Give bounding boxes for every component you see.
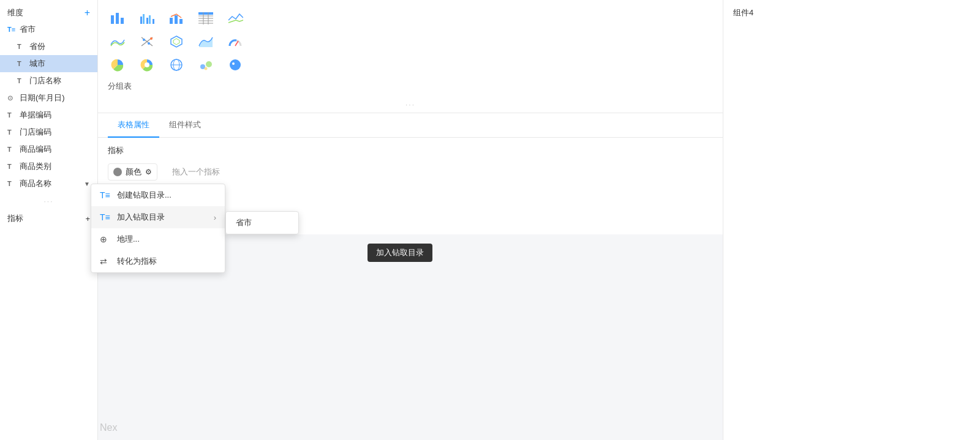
hierarchy-icon-2: T≡ [100,212,111,222]
left-sidebar: 维度 + T≡ 省市 T 省份 T 城市 T 门店名称 ⊙ 日期(年月日) T … [0,0,98,440]
svg-point-31 [206,61,212,67]
right-panel: 组件4 [723,0,980,440]
field-store-code[interactable]: T 门店编码 [0,124,97,141]
svg-point-22 [150,37,153,40]
tab-table-properties[interactable]: 表格属性 [108,113,159,138]
svg-point-26 [145,62,149,67]
menu-item-label: 转化为指标 [117,256,157,267]
field-product-category[interactable]: T 商品类别 [0,158,97,175]
menu-item-convert[interactable]: ⇄ 转化为指标 [91,250,225,272]
nex-text: Nex [100,422,117,433]
text-icon: T [7,146,16,153]
add-dimension-button[interactable]: + [85,7,90,18]
bar-chart-icon [110,12,126,25]
chart-icons-row-1 [108,10,713,27]
table-button[interactable] [196,10,216,27]
field-name: 门店名称 [29,75,61,86]
globe-icon [168,58,184,72]
donut-button[interactable] [137,56,157,73]
indicator-header: 指标 + [0,211,97,226]
field-name: 商品编码 [20,144,51,155]
text-icon: T [7,180,16,187]
hierarchy-icon: T≡ [100,190,111,200]
field-name: 省份 [29,41,45,52]
field-product-code[interactable]: T 商品编码 [0,141,97,158]
fenbiao-label: 分组表 [98,78,723,97]
gear-icon: ⚙ [145,168,152,176]
field-product-name[interactable]: T 商品名称 ▼ [0,175,97,192]
color-button[interactable]: 颜色 ⚙ [108,163,157,181]
menu-item-geo[interactable]: ⊕ 地理... [91,228,225,250]
scatter-button[interactable] [137,33,157,50]
field-store-name[interactable]: T 门店名称 [0,72,97,89]
globe-icon-menu: ⊕ [100,234,111,244]
filled-circle-button[interactable] [225,56,245,73]
svg-rect-5 [146,18,148,24]
date-icon: ⊙ [7,94,16,102]
menu-item-label: 创建钻取目录... [117,190,172,201]
svg-rect-1 [116,13,119,24]
table-icon [198,12,214,25]
separator: ··· [0,192,97,211]
svg-rect-7 [153,19,154,24]
chart-icons-container [98,5,723,78]
line-bar-button[interactable] [167,10,186,27]
filled-circle-icon [227,58,243,72]
chart-separator: ··· [98,97,723,113]
svg-rect-6 [149,15,151,24]
svg-rect-0 [111,15,114,24]
menu-item-create-drill[interactable]: T≡ 创建钻取目录... [91,184,225,206]
svg-rect-11 [198,12,213,15]
spark-button[interactable] [225,10,245,27]
grouped-bar-icon [139,12,155,25]
svg-rect-9 [175,15,178,24]
indicator-section-label: 指标 [98,138,723,160]
polygon-icon [168,35,184,48]
context-menu: T≡ 创建钻取目录... T≡ 加入钻取目录 › ⊕ 地理... ⇄ 转化为指标 [91,184,225,273]
svg-point-20 [143,39,145,41]
spark-icon [227,12,243,25]
properties-tabs: 表格属性 组件样式 [98,113,723,138]
polygon-button[interactable] [167,33,186,50]
text-icon: T [17,60,26,67]
field-order-code[interactable]: T 单据编码 [0,106,97,124]
area-button[interactable] [196,33,216,50]
svg-rect-10 [179,19,183,24]
field-name: 商品名称 [20,178,51,189]
wave-button[interactable] [108,33,127,50]
menu-item-label: 地理... [117,234,140,245]
field-name: 单据编码 [20,110,51,121]
area-icon [198,35,214,48]
field-date[interactable]: ⊙ 日期(年月日) [0,89,97,106]
chart-icons-row-3 [108,56,713,73]
add-indicator-button[interactable]: + [85,214,90,223]
field-province-city[interactable]: T≡ 省市 [0,21,97,38]
menu-item-add-drill[interactable]: T≡ 加入钻取目录 › [91,206,225,228]
wave-icon [110,35,126,48]
menu-item-label: 加入钻取目录 [117,212,165,223]
globe-button[interactable] [167,56,186,73]
grouped-bar-button[interactable] [137,10,157,27]
field-name: 商品类别 [20,161,51,172]
pie-icon [110,58,126,72]
svg-marker-23 [171,36,182,47]
text-icon: T [17,77,26,84]
tab-component-style[interactable]: 组件样式 [159,113,211,138]
submenu-arrow-icon: › [214,213,216,222]
svg-point-32 [205,67,208,70]
svg-rect-4 [143,14,145,24]
svg-line-25 [235,41,238,46]
field-province[interactable]: T 省份 [0,38,97,55]
chart-icons-row-2 [108,33,713,50]
bar-chart-button[interactable] [108,10,127,27]
svg-marker-24 [173,39,179,45]
bubble-button[interactable] [196,56,216,73]
svg-point-34 [232,62,235,65]
color-dot [113,168,122,176]
gauge-button[interactable] [225,33,245,50]
field-city[interactable]: T 城市 [0,55,97,72]
drag-hint: 拖入一个指标 [167,164,225,180]
pie-button[interactable] [108,56,127,73]
submenu-item-province[interactable]: 省市 [226,212,298,234]
text-icon: T [7,163,16,170]
